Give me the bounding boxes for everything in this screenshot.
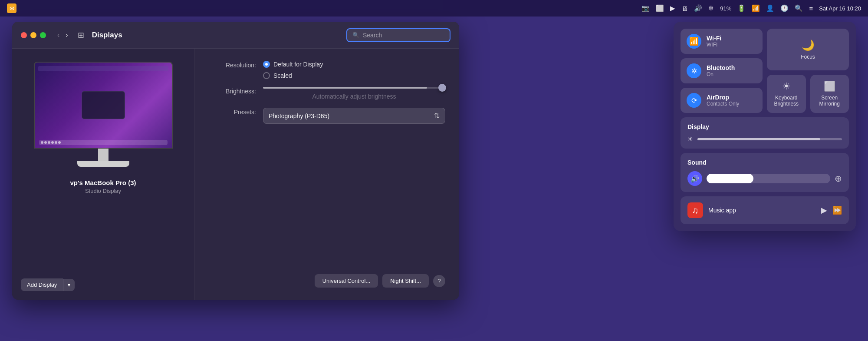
resolution-default[interactable]: Default for Display (263, 61, 445, 68)
cc-right-column: 🌙 Focus ☀ Keyboard Brightness ⬜ Screen M… (767, 29, 849, 113)
forward-arrow[interactable]: › (64, 30, 69, 40)
add-display-dropdown[interactable]: ▾ (63, 279, 75, 291)
help-button[interactable]: ? (433, 275, 445, 287)
volume-icon[interactable]: 🔊 (694, 4, 702, 12)
back-arrow[interactable]: ‹ (56, 30, 61, 40)
cc-airdrop-info: AirDrop Contacts Only (707, 94, 739, 107)
monitor-stand-neck (98, 149, 108, 161)
time-machine-icon[interactable]: 🕐 (780, 4, 789, 12)
cc-left-column: 📶 Wi-Fi WIFI ✲ Bluetooth On ⟳ (681, 29, 763, 113)
wifi-icon: 📶 (689, 36, 699, 46)
close-button[interactable] (21, 32, 27, 38)
cc-kb-screen-row: ☀ Keyboard Brightness ⬜ Screen Mirroring (767, 75, 849, 113)
monitor-icon[interactable]: 🖥 (681, 5, 688, 12)
presets-content: Photography (P3-D65) ⇅ (263, 108, 445, 124)
minimize-button[interactable] (30, 32, 36, 38)
resolution-scaled[interactable]: Scaled (263, 72, 445, 79)
bottom-buttons: Universal Control... Night Shift... ? (208, 274, 445, 288)
brightness-fill (263, 87, 427, 89)
cc-screen-mirroring-label: Screen Mirroring (815, 95, 844, 107)
cc-bluetooth-tile[interactable]: ✲ Bluetooth On (681, 58, 763, 83)
cc-airdrop-tile[interactable]: ⟳ AirDrop Contacts Only (681, 88, 763, 113)
cc-airdrop-subtitle: Contacts Only (707, 101, 739, 107)
cc-airdrop-title: AirDrop (707, 94, 739, 101)
control-center-icon[interactable]: ≡ (809, 5, 813, 12)
presets-label: Presets: (208, 108, 256, 116)
radio-default[interactable] (263, 61, 270, 68)
cc-sound-title: Sound (687, 159, 842, 166)
cc-sound-icon: 🔊 (687, 171, 702, 186)
sun-icon: ☀ (687, 136, 693, 142)
bluetooth-icon: ✲ (691, 67, 697, 75)
presets-dropdown[interactable]: Photography (P3-D65) ⇅ (263, 108, 445, 124)
cc-bluetooth-subtitle: On (707, 71, 735, 77)
brightness-slider-row (263, 87, 445, 89)
cc-wifi-tile[interactable]: 📶 Wi-Fi WIFI (681, 29, 763, 54)
universal-control-button[interactable]: Universal Control... (315, 274, 378, 288)
app-icon: ✉ (7, 3, 16, 13)
cc-focus-label: Focus (801, 54, 815, 60)
cc-top-row: 📶 Wi-Fi WIFI ✲ Bluetooth On ⟳ (681, 29, 849, 113)
monitor-dock (39, 140, 168, 145)
resolution-options: Default for Display Scaled (263, 61, 445, 79)
brightness-thumb[interactable] (438, 84, 446, 92)
bluetooth-icon[interactable]: ✲ (708, 4, 714, 12)
dock-dot (44, 141, 47, 144)
airdrop-tile-icon: ⟳ (687, 93, 701, 108)
night-shift-button[interactable]: Night Shift... (382, 274, 429, 288)
device-name: vp's MacBook Pro (3) (70, 179, 136, 186)
dock-dot (48, 141, 50, 144)
search-bar[interactable]: 🔍 (346, 28, 450, 42)
screen-record-icon[interactable]: ⬜ (656, 4, 664, 12)
cc-focus-tile[interactable]: 🌙 Focus (767, 29, 849, 70)
search-icon[interactable]: 🔍 (795, 4, 803, 12)
dock-dot (55, 141, 57, 144)
control-center-panel: 📶 Wi-Fi WIFI ✲ Bluetooth On ⟳ (674, 22, 856, 231)
cc-screen-mirroring-tile[interactable]: ⬜ Screen Mirroring (810, 75, 849, 113)
resolution-default-label: Default for Display (273, 61, 323, 68)
play-button[interactable]: ▶ (821, 205, 827, 215)
wifi-icon[interactable]: 📶 (752, 4, 760, 12)
cc-display-title: Display (687, 123, 842, 130)
window-titlebar: ‹ › ⊞ Displays 🔍 (12, 22, 459, 49)
cc-sound-section: Sound 🔊 ⊕ (681, 153, 849, 192)
presets-row: Presets: Photography (P3-D65) ⇅ (208, 108, 445, 124)
traffic-lights (21, 32, 46, 38)
displays-window: ‹ › ⊞ Displays 🔍 (12, 22, 459, 300)
wifi-tile-icon: 📶 (687, 34, 701, 49)
airplay-button[interactable]: ⊕ (835, 173, 842, 184)
brightness-slider[interactable] (263, 87, 445, 89)
grid-icon[interactable]: ⊞ (78, 30, 84, 40)
brightness-content: Automatically adjust brightness (263, 87, 445, 100)
add-display-main[interactable]: Add Display (21, 278, 63, 291)
brightness-row: Brightness: Automatically adjust brightn… (208, 87, 445, 100)
add-display-button[interactable]: Add Display ▾ (21, 278, 75, 291)
cc-display-fill (697, 138, 820, 140)
dock-dot (41, 141, 43, 144)
keyboard-brightness-icon: ☀ (782, 81, 791, 92)
window-content: vp's MacBook Pro (3) Studio Display Add … (12, 49, 459, 300)
auto-brightness[interactable]: Automatically adjust brightness (263, 93, 445, 100)
play-circle-icon[interactable]: ▶ (670, 4, 675, 12)
cc-keyboard-brightness-tile[interactable]: ☀ Keyboard Brightness (767, 75, 806, 113)
search-input[interactable] (363, 32, 444, 39)
menubar: ✉ 📷 ⬜ ▶ 🖥 🔊 ✲ 91% 🔋 📶 👤 🕐 🔍 ≡ Sat Apr 16… (0, 0, 868, 17)
monitor-screen (34, 62, 173, 149)
search-icon: 🔍 (352, 32, 359, 38)
battery-icon: 🔋 (737, 4, 746, 12)
camera-icon[interactable]: 📷 (641, 4, 650, 12)
nav-arrows: ‹ › (56, 30, 70, 40)
fast-forward-button[interactable]: ⏩ (832, 205, 842, 215)
left-panel: vp's MacBook Pro (3) Studio Display Add … (12, 49, 194, 300)
dock-dot (51, 141, 54, 144)
cc-wifi-subtitle: WIFI (707, 42, 721, 48)
cc-display-slider[interactable] (697, 138, 842, 140)
device-subtitle: Studio Display (85, 188, 121, 194)
window-title: Displays (92, 31, 340, 40)
cc-sound-slider[interactable] (707, 174, 830, 183)
user-icon[interactable]: 👤 (766, 4, 774, 12)
battery-percent: 91% (720, 5, 731, 12)
radio-scaled[interactable] (263, 72, 270, 79)
fullscreen-button[interactable] (40, 32, 46, 38)
cc-display-section: Display ☀ (681, 117, 849, 149)
